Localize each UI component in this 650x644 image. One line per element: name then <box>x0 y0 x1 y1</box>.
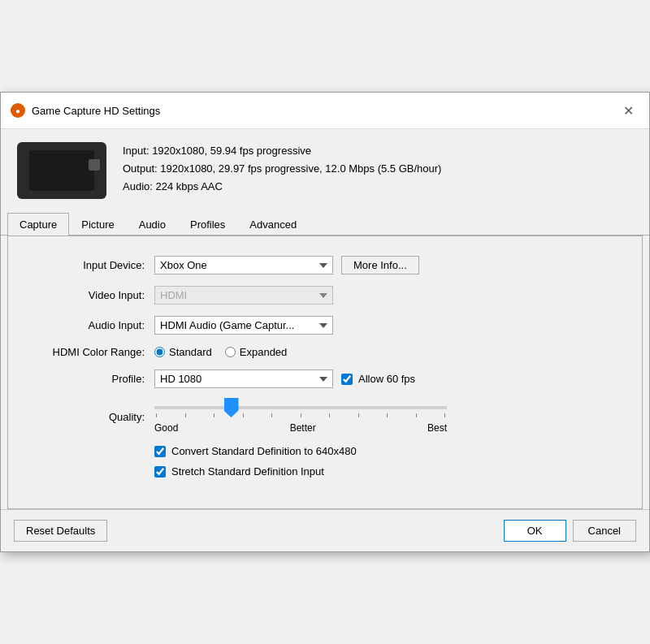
profile-select[interactable]: HD 1080 <box>154 370 333 388</box>
radio-standard-text: Standard <box>169 346 212 358</box>
quality-slider-wrapper: Good Better Best <box>154 400 447 434</box>
device-info-section: Input: 1920x1080, 59.94 fps progressive … <box>1 129 649 212</box>
video-input-label: Video Input: <box>24 289 154 301</box>
more-info-button[interactable]: More Info... <box>341 256 419 274</box>
radio-expanded-label[interactable]: Expanded <box>225 346 288 358</box>
video-input-select: HDMI <box>154 286 333 305</box>
reset-defaults-button[interactable]: Reset Defaults <box>14 520 107 542</box>
audio-input-row: Audio Input: HDMI Audio (Game Captur... <box>24 316 626 335</box>
device-info-text: Input: 1920x1080, 59.94 fps progressive … <box>123 142 441 196</box>
hdmi-color-range-control: Standard Expanded <box>154 346 287 358</box>
audio-input-control: HDMI Audio (Game Captur... <box>154 316 333 335</box>
bottom-bar: Reset Defaults OK Cancel <box>1 509 649 551</box>
quality-better: Better <box>290 422 316 434</box>
tab-advanced[interactable]: Advanced <box>237 213 309 236</box>
stretch-sd-text: Stretch Standard Definition Input <box>171 465 324 478</box>
input-device-label: Input Device: <box>24 259 154 271</box>
convert-sd-row: Convert Standard Definition to 640x480 <box>154 445 626 457</box>
quality-control: Good Better Best <box>154 400 447 434</box>
allow-60fps-checkbox[interactable] <box>341 374 353 385</box>
dialog-window: ● Game Capture HD Settings ✕ Input: 1920… <box>0 92 650 552</box>
profile-label: Profile: <box>24 373 154 385</box>
stretch-sd-row: Stretch Standard Definition Input <box>154 465 626 478</box>
video-input-control: HDMI <box>154 286 333 305</box>
close-button[interactable]: ✕ <box>617 99 639 122</box>
output-line: Output: 1920x1080, 29.97 fps progressive… <box>123 160 441 178</box>
quality-row: Quality: <box>24 400 626 434</box>
convert-sd-text: Convert Standard Definition to 640x480 <box>171 445 357 457</box>
radio-expanded[interactable] <box>225 347 236 357</box>
quality-best: Best <box>427 422 447 434</box>
quality-labels: Good Better Best <box>154 422 447 434</box>
audio-input-select[interactable]: HDMI Audio (Game Captur... <box>154 316 333 335</box>
radio-standard-label[interactable]: Standard <box>154 346 212 358</box>
hdmi-color-range-row: HDMI Color Range: Standard Expanded <box>24 346 626 358</box>
input-device-row: Input Device: Xbox One More Info... <box>24 256 626 274</box>
tab-profiles[interactable]: Profiles <box>178 213 237 236</box>
radio-standard[interactable] <box>154 347 165 357</box>
quality-slider[interactable] <box>154 406 447 409</box>
allow-60fps-text: Allow 60 fps <box>358 373 415 385</box>
checkboxes-section: Convert Standard Definition to 640x480 S… <box>154 445 626 478</box>
main-content: Input Device: Xbox One More Info... Vide… <box>7 236 643 509</box>
audio-input-label: Audio Input: <box>24 319 154 331</box>
device-image <box>17 142 106 199</box>
profile-row: Profile: HD 1080 Allow 60 fps <box>24 370 626 388</box>
stretch-sd-checkbox[interactable] <box>154 466 166 478</box>
stretch-sd-label[interactable]: Stretch Standard Definition Input <box>154 465 324 478</box>
window-title: Game Capture HD Settings <box>32 105 160 117</box>
profile-control: HD 1080 Allow 60 fps <box>154 370 415 388</box>
ok-button[interactable]: OK <box>504 520 566 542</box>
quality-label: Quality: <box>24 411 154 423</box>
bottom-right-buttons: OK Cancel <box>504 520 636 542</box>
cancel-button[interactable]: Cancel <box>573 520 636 542</box>
tab-bar: Capture Picture Audio Profiles Advanced <box>1 212 649 236</box>
input-device-control: Xbox One More Info... <box>154 256 419 274</box>
input-line: Input: 1920x1080, 59.94 fps progressive <box>123 142 441 160</box>
title-bar: ● Game Capture HD Settings ✕ <box>1 93 649 129</box>
quality-good: Good <box>154 422 178 434</box>
convert-sd-checkbox[interactable] <box>154 446 166 457</box>
tab-capture[interactable]: Capture <box>7 213 69 236</box>
app-icon: ● <box>11 103 25 118</box>
video-input-row: Video Input: HDMI <box>24 286 626 305</box>
input-device-select[interactable]: Xbox One <box>154 256 333 274</box>
audio-line: Audio: 224 kbps AAC <box>123 178 441 196</box>
radio-expanded-text: Expanded <box>240 346 288 358</box>
convert-sd-label[interactable]: Convert Standard Definition to 640x480 <box>154 445 357 457</box>
tab-audio[interactable]: Audio <box>127 213 178 236</box>
title-bar-left: ● Game Capture HD Settings <box>11 103 160 118</box>
allow-60fps-label[interactable]: Allow 60 fps <box>341 373 415 385</box>
hdmi-color-range-label: HDMI Color Range: <box>24 346 154 358</box>
tab-picture[interactable]: Picture <box>69 213 126 236</box>
